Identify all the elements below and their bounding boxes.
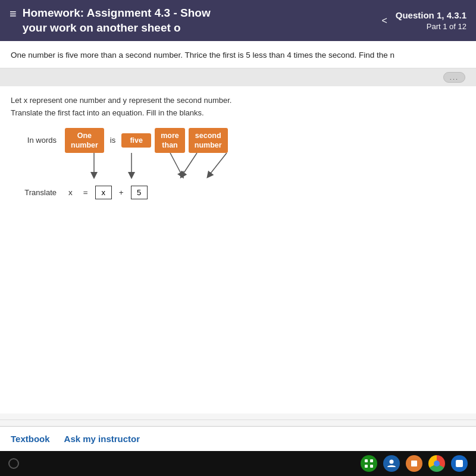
svg-line-2 [170,153,182,176]
translate-label: Translate [17,188,61,197]
header-title-line1: Homework: Assignment 4.3 - Show [23,6,211,21]
words-row: In words One number is five more than se… [17,128,465,154]
svg-rect-7 [365,465,368,468]
user-icon[interactable] [383,455,400,472]
svg-line-4 [209,153,227,176]
header: ≡ Homework: Assignment 4.3 - Show your w… [0,0,476,41]
word-box-one-number: One number [65,128,104,154]
header-left: ≡ Homework: Assignment 4.3 - Show your w… [10,6,211,35]
chevron-left-icon[interactable]: < [378,14,390,27]
instruction2: Translate the first fact into an equatio… [11,108,465,117]
svg-line-3 [182,153,197,176]
instruction1: Let x represent one number and y represe… [11,96,465,105]
blue-app-icon[interactable] [451,455,468,472]
svg-rect-6 [370,459,373,462]
arrows-area [66,153,465,186]
header-title: Homework: Assignment 4.3 - Show your wor… [23,6,211,35]
part-label: Part 1 of 12 [396,21,466,32]
svg-rect-5 [365,459,368,462]
diagram-container: In words One number is five more than se… [17,128,465,200]
header-title-line2: your work on another sheet o [23,21,211,36]
taskbar-left [8,458,19,469]
translate-box-x[interactable]: x [95,186,112,199]
svg-rect-11 [456,460,463,467]
main-content: One number is five more than a second nu… [0,41,476,451]
word-is: is [108,133,118,148]
translate-x: x [65,186,76,199]
in-words-label: In words [17,136,61,145]
question-label: Question 1, 4.3.1 [396,9,466,21]
bottom-bar: Textbook Ask my instructor [0,426,476,451]
textbook-link[interactable]: Textbook [11,434,50,444]
svg-rect-10 [411,461,417,466]
arrows-svg [66,153,316,186]
dots-button[interactable]: ... [443,72,465,83]
word-box-second-number: second number [189,128,228,154]
ask-instructor-link[interactable]: Ask my instructor [64,434,140,444]
taskbar [0,451,476,476]
svg-point-9 [390,460,394,464]
drive-icon[interactable] [406,455,422,472]
translate-row: Translate x = x + 5 [17,186,465,199]
chrome-icon[interactable] [428,455,445,472]
work-area: Let x represent one number and y represe… [0,86,476,414]
word-box-more-than: more than [155,128,185,154]
google-apps-icon[interactable] [361,455,377,472]
problem-area: One number is five more than a second nu… [0,41,476,68]
translate-plus: + [115,186,127,199]
dots-row: ... [0,68,476,86]
home-circle-icon[interactable] [8,458,19,469]
taskbar-right [361,455,468,472]
translate-equals: = [80,186,92,199]
problem-text: One number is five more than a second nu… [11,49,465,61]
translate-box-5[interactable]: 5 [131,186,148,199]
header-right: Question 1, 4.3.1 Part 1 of 12 [396,9,466,32]
menu-icon[interactable]: ≡ [10,7,17,21]
word-box-five: five [121,133,151,148]
svg-rect-8 [370,465,373,468]
separator [0,419,476,420]
